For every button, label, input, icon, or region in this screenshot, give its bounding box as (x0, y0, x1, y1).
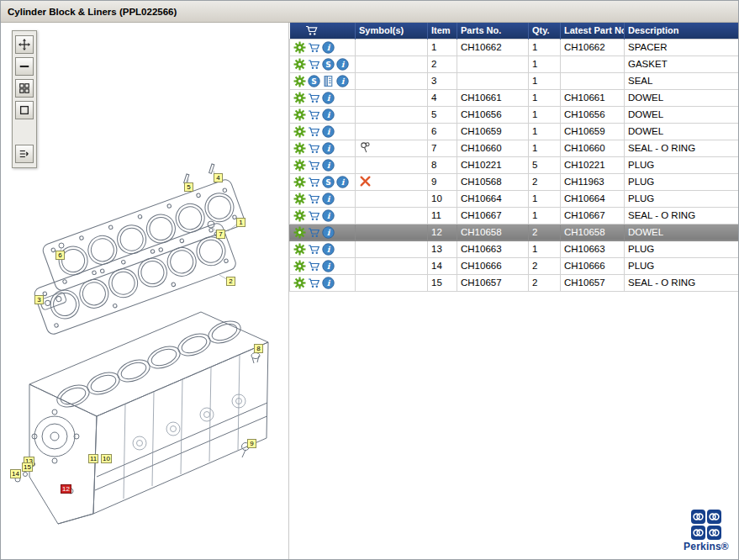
callout-14[interactable]: 14 (10, 469, 21, 478)
info-icon[interactable]: i (322, 159, 335, 172)
symbols-cell (356, 207, 428, 224)
gear-icon[interactable] (293, 176, 306, 188)
callout-2[interactable]: 2 (226, 277, 235, 286)
item-cell: 6 (428, 123, 457, 140)
info-icon[interactable]: i (336, 58, 349, 71)
table-row[interactable]: i6CH106591CH10659DOWEL (290, 123, 739, 140)
table-row[interactable]: i13CH106631CH10663PLUG (290, 240, 739, 257)
gear-icon[interactable] (293, 243, 306, 256)
gear-icon[interactable] (293, 193, 306, 205)
gear-icon[interactable] (293, 226, 306, 239)
gear-icon[interactable] (293, 159, 306, 172)
info-icon[interactable]: i (322, 41, 335, 54)
table-row[interactable]: i1CH106621CH10662SPACER (290, 39, 739, 55)
callout-5[interactable]: 5 (184, 182, 193, 192)
callout-15[interactable]: 15 (22, 462, 33, 472)
callout-12[interactable]: 12 (61, 484, 71, 494)
add-to-cart-icon[interactable] (308, 193, 320, 205)
zoom-window-button[interactable] (15, 101, 34, 119)
add-to-cart-icon[interactable] (308, 176, 320, 188)
table-row[interactable]: i14CH106662CH10666PLUG (290, 257, 739, 274)
table-row[interactable]: i8CH102215CH10221PLUG (290, 156, 739, 173)
table-row[interactable]: i4CH106611CH10661DOWEL (290, 89, 739, 106)
callout-1[interactable]: 1 (236, 218, 245, 227)
info-icon[interactable]: i (322, 142, 335, 155)
svg-text:S: S (325, 60, 331, 68)
info-icon[interactable]: i (322, 243, 335, 256)
supersession-icon[interactable]: S (308, 75, 320, 87)
gear-icon[interactable] (293, 260, 306, 272)
supersession-icon[interactable]: S (322, 176, 335, 188)
info-icon[interactable]: i (322, 209, 335, 222)
description-cell: PLUG (625, 156, 739, 173)
parts-no-cell: CH10667 (457, 207, 529, 224)
callout-3[interactable]: 3 (34, 295, 44, 304)
gear-icon[interactable] (293, 108, 306, 121)
add-to-cart-icon[interactable] (308, 41, 320, 54)
table-row[interactable]: Si31SEAL (290, 72, 739, 89)
table-row[interactable]: i12CH106582CH10658DOWEL (290, 224, 739, 240)
item-cell: 10 (428, 190, 457, 207)
callout-11[interactable]: 11 (88, 454, 98, 463)
callout-8[interactable]: 8 (254, 344, 263, 353)
table-row[interactable]: i7CH106601CH10660SEAL - O RING (290, 140, 739, 156)
callout-6[interactable]: 6 (55, 251, 65, 260)
info-icon[interactable]: i (322, 125, 335, 138)
table-row[interactable]: i10CH106641CH10664PLUG (290, 190, 739, 207)
supersession-icon[interactable]: S (322, 58, 335, 71)
gear-icon[interactable] (293, 41, 306, 54)
description-cell: GASKET (625, 55, 739, 72)
callout-7[interactable]: 7 (216, 230, 225, 239)
add-to-cart-icon[interactable] (308, 92, 320, 104)
callout-9[interactable]: 9 (247, 439, 256, 448)
document-icon[interactable] (322, 75, 335, 87)
qty-cell: 1 (529, 140, 561, 156)
add-to-cart-icon[interactable] (308, 209, 320, 222)
callout-10[interactable]: 10 (101, 454, 112, 463)
gear-icon[interactable] (293, 209, 306, 222)
add-to-cart-icon[interactable] (308, 260, 320, 272)
zoom-in-button[interactable] (15, 35, 34, 54)
gear-icon[interactable] (293, 58, 306, 71)
table-row[interactable]: i5CH106561CH10656DOWEL (290, 106, 739, 123)
zoom-out-button[interactable] (15, 57, 34, 76)
parts-no-cell: CH10660 (457, 140, 529, 156)
info-icon[interactable]: i (322, 108, 335, 121)
fit-view-button[interactable] (15, 79, 34, 98)
add-to-cart-icon[interactable] (308, 142, 320, 155)
info-icon[interactable]: i (322, 92, 335, 104)
gear-icon[interactable] (293, 92, 306, 104)
add-to-cart-icon[interactable] (308, 108, 320, 121)
table-row[interactable]: i15CH106572CH10657SEAL - O RING (290, 274, 739, 291)
gear-icon[interactable] (293, 75, 306, 87)
symbols-cell (356, 240, 428, 257)
callout-4[interactable]: 4 (214, 173, 223, 182)
info-icon[interactable]: i (322, 260, 335, 272)
info-icon[interactable]: i (322, 193, 335, 205)
add-to-cart-icon[interactable] (308, 58, 320, 71)
gear-icon[interactable] (293, 142, 306, 155)
add-to-cart-icon[interactable] (308, 277, 320, 289)
symbols-cell (356, 106, 428, 123)
add-to-cart-icon[interactable] (308, 125, 320, 138)
gear-icon[interactable] (293, 277, 306, 289)
x-symbol-icon (359, 175, 372, 188)
info-icon[interactable]: i (322, 277, 335, 289)
gear-icon[interactable] (293, 125, 306, 138)
panel-toggle-button[interactable] (15, 145, 34, 163)
info-icon[interactable]: i (336, 176, 349, 188)
info-icon[interactable]: i (336, 75, 349, 87)
description-cell: SPACER (625, 39, 739, 55)
add-to-cart-icon[interactable] (308, 226, 320, 239)
table-row[interactable]: Si21GASKET (290, 55, 739, 72)
header-qty: Qty. (529, 23, 561, 39)
info-icon[interactable]: i (322, 226, 335, 239)
symbols-cell (356, 140, 428, 156)
parts-no-cell: CH10666 (457, 257, 529, 274)
header-latest-part-no: Latest Part No. (561, 23, 625, 39)
description-cell: SEAL - O RING (625, 274, 739, 291)
add-to-cart-icon[interactable] (308, 159, 320, 172)
table-row[interactable]: i11CH106671CH10667SEAL - O RING (290, 207, 739, 224)
add-to-cart-icon[interactable] (308, 243, 320, 256)
table-row[interactable]: Si9CH105682CH11963PLUG (290, 173, 739, 190)
